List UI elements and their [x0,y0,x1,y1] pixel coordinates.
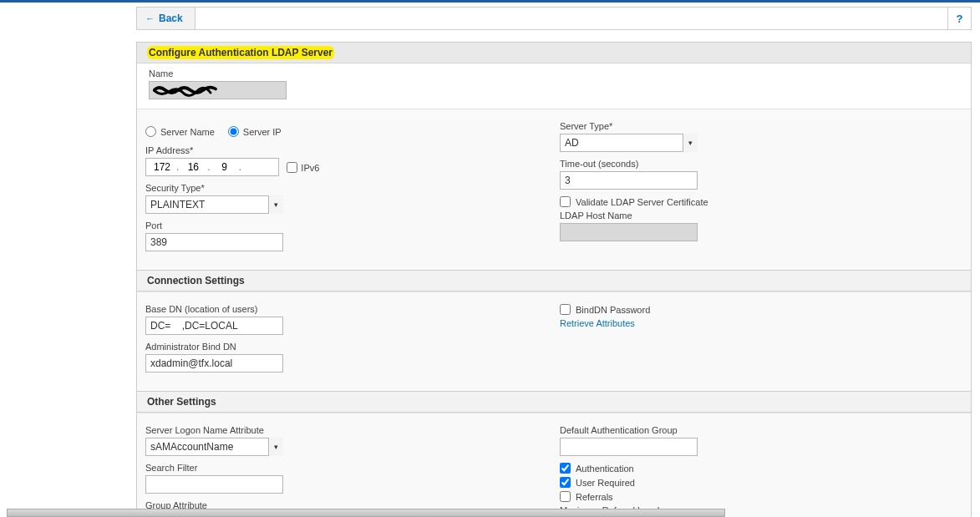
back-label: Back [159,13,183,24]
ip-address-label: IP Address* [145,145,548,155]
server-row: Server Name Server IP IP Address* . . . [137,109,971,270]
redacted-scribble-icon [153,84,228,97]
port-label: Port [145,220,548,231]
server-mode-radios: Server Name Server IP [145,121,548,145]
server-name-radio[interactable]: Server Name [145,126,215,137]
ldap-host-input[interactable] [560,223,698,241]
binddn-password-checkbox[interactable] [560,304,571,315]
other-row: Server Logon Name Attribute sAMAccountNa… [137,413,971,517]
security-type-select[interactable]: PLAINTEXT [145,195,283,214]
base-dn-label: Base DN (location of users) [145,304,548,314]
panel-title-text: Configure Authentication LDAP Server [147,46,334,59]
server-type-select[interactable]: AD [560,134,698,152]
timeout-label: Time-out (seconds) [560,159,962,169]
referrals-label: Referrals [576,492,613,502]
validate-cert-label: Validate LDAP Server Certificate [576,197,708,207]
server-type-label: Server Type* [560,121,962,131]
security-type-label: Security Type* [145,183,548,193]
user-required-label: User Required [576,478,635,488]
search-filter-input[interactable] [145,475,283,494]
ip-oct4[interactable] [245,160,267,174]
back-arrow-icon: ← [145,13,155,23]
back-button[interactable]: ← Back [137,8,195,29]
ipv6-label: IPv6 [301,163,319,173]
admin-bind-input[interactable] [145,354,283,373]
logon-attr-label: Server Logon Name Attribute [145,425,548,435]
connection-settings-header: Connection Settings [137,270,971,291]
connection-row: Base DN (location of users) Administrato… [137,291,971,391]
help-button[interactable]: ? [947,8,971,29]
ldap-host-label: LDAP Host Name [560,210,962,220]
ldap-config-panel: Configure Authentication LDAP Server Nam… [136,42,972,517]
horizontal-scrollbar[interactable] [7,509,725,517]
search-filter-label: Search Filter [145,463,548,473]
name-label: Name [149,68,959,79]
name-field[interactable] [149,81,287,99]
validate-cert-checkbox[interactable] [560,196,571,207]
breadcrumb-bar: ← Back ? [136,7,972,30]
ipv6-checkbox[interactable] [287,162,297,173]
logon-attr-select[interactable]: sAMAccountName [145,438,283,456]
ip-oct1[interactable] [151,160,173,174]
ip-oct3[interactable] [214,160,236,174]
referrals-checkbox[interactable] [560,491,571,502]
panel-title: Configure Authentication LDAP Server [137,43,971,63]
other-settings-header: Other Settings [137,391,971,413]
ip-oct2[interactable] [182,160,204,174]
admin-bind-label: Administrator Bind DN [145,342,548,352]
ip-address-input[interactable]: . . . [145,158,279,176]
timeout-input[interactable] [560,171,698,190]
server-ip-radio[interactable]: Server IP [228,126,282,137]
authentication-checkbox[interactable] [560,463,571,474]
binddn-password-label: BindDN Password [576,305,650,315]
user-required-checkbox[interactable] [560,477,571,488]
port-input[interactable] [145,233,283,251]
authentication-label: Authentication [576,464,634,474]
default-auth-group-input[interactable] [560,438,698,456]
default-auth-group-label: Default Authentication Group [560,425,962,435]
base-dn-input[interactable] [145,317,283,335]
retrieve-attributes-link[interactable]: Retrieve Attributes [560,318,962,328]
